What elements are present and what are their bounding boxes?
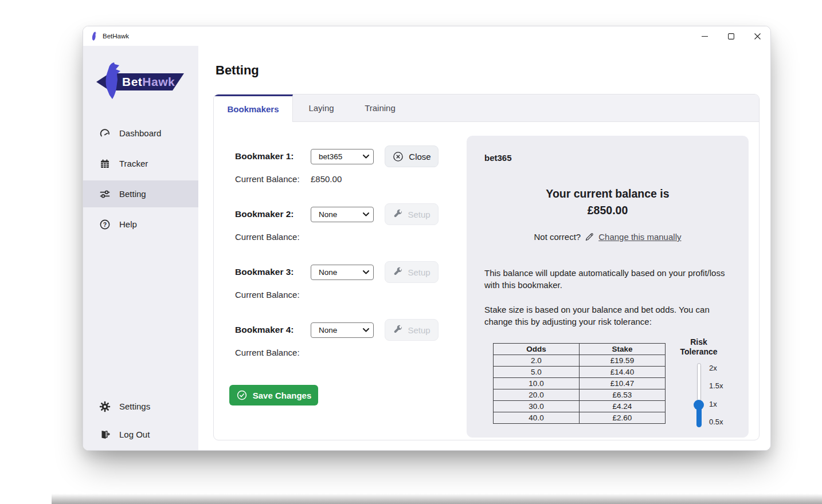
change-manually-link[interactable]: Change this manually	[598, 232, 681, 242]
app-window: BetHawk BetHawk	[83, 26, 771, 451]
table-row: 30.0£4.24	[494, 401, 666, 412]
sidebar-item-label: Settings	[119, 401, 150, 411]
bookmaker-2-label: Bookmaker 2:	[235, 209, 311, 219]
sidebar-item-label: Log Out	[119, 430, 150, 439]
titlebar: BetHawk	[83, 26, 770, 46]
bookmaker-4-label: Bookmaker 4:	[235, 325, 311, 335]
wrench-icon	[393, 209, 403, 219]
balance-value: £850.00	[311, 174, 342, 184]
maximize-button[interactable]	[718, 26, 744, 46]
sidebar-item-label: Dashboard	[119, 128, 161, 138]
bookmaker-1-row: Bookmaker 1: bet365 Close	[235, 145, 439, 167]
risk-label-2x: 2x	[709, 363, 717, 373]
save-changes-button[interactable]: Save Changes	[229, 385, 318, 405]
table-row: 10.0£10.47	[494, 378, 666, 389]
page-bottom-shadow	[52, 494, 822, 504]
bethawk-logo-icon	[90, 32, 98, 41]
svg-text:?: ?	[103, 220, 107, 227]
bookmakers-form: Bookmaker 1: bet365 Close	[214, 122, 467, 440]
wrench-icon	[393, 325, 403, 335]
tab-laying[interactable]: Laying	[293, 94, 350, 121]
pencil-icon	[585, 232, 594, 242]
stake-info-paragraph: Stake size is based on your balance and …	[484, 304, 737, 328]
bookmaker-2-select-wrap: None	[311, 207, 374, 222]
bethawk-logo: BetHawk	[92, 57, 190, 103]
sidebar-item-label: Tracker	[119, 159, 148, 168]
bookmaker-4-select-wrap: None	[311, 322, 374, 338]
sidebar-item-label: Help	[119, 219, 137, 229]
logo-text-hawk: Hawk	[142, 75, 175, 88]
sidebar-item-help[interactable]: ? Help	[83, 211, 198, 238]
balance-heading: Your current balance is £850.00	[467, 186, 749, 219]
bookmaker-2-balance: Current Balance:	[235, 231, 311, 242]
bookmaker-3-label: Bookmaker 3:	[235, 267, 311, 277]
sidebar-item-betting[interactable]: Betting	[83, 180, 198, 207]
dashboard-gauge-icon	[99, 128, 111, 139]
table-row: 2.0£19.59	[494, 355, 666, 367]
table-row: 40.0£2.60	[494, 412, 666, 424]
sidebar: BetHawk Dashboard	[83, 46, 198, 451]
risk-label-0-5x: 0.5x	[709, 416, 723, 427]
bookmaker-2-row: Bookmaker 2: None Setup	[235, 203, 439, 225]
close-window-button[interactable]	[744, 26, 770, 46]
bookmaker-3-select-wrap: None	[311, 265, 374, 280]
balance-info-paragraph: This balance will update automatically b…	[484, 267, 737, 291]
bookmaker-3-row: Bookmaker 3: None Setup	[235, 261, 439, 283]
bookmaker-4-select[interactable]: None	[311, 322, 374, 338]
table-row: 20.0£6.53	[494, 389, 666, 401]
close-bookmaker-button[interactable]: Close	[385, 145, 439, 167]
risk-tolerance-title: Risk Tolerance	[664, 337, 733, 356]
sidebar-item-logout[interactable]: Log Out	[83, 421, 198, 448]
bookmaker-info-panel: bet365 Your current balance is £850.00 N…	[467, 136, 749, 438]
tab-training[interactable]: Training	[350, 94, 410, 121]
bookmaker-1-select[interactable]: bet365	[311, 149, 374, 164]
logo-text-bet: Bet	[122, 75, 142, 88]
tab-strip: Bookmakers Laying Training	[214, 94, 759, 122]
logout-door-icon	[99, 429, 111, 440]
calendar-icon	[99, 158, 111, 170]
bookmaker-4-balance: Current Balance:	[235, 346, 311, 358]
tab-container: Bookmakers Laying Training Bookmaker 1: …	[213, 94, 760, 440]
risk-label-1x: 1x	[709, 399, 717, 409]
bookmaker-1-label: Bookmaker 1:	[235, 151, 311, 162]
minimize-button[interactable]	[691, 26, 718, 46]
close-circle-icon	[392, 151, 404, 163]
sliders-icon	[99, 188, 111, 200]
balance-amount: £850.00	[467, 202, 749, 219]
bookmaker-1-balance: Current Balance: £850.00	[235, 173, 342, 184]
bookmaker-3-balance: Current Balance:	[235, 289, 311, 300]
check-circle-icon	[236, 389, 248, 401]
window-title: BetHawk	[103, 33, 129, 40]
bookmaker-2-select[interactable]: None	[311, 207, 374, 222]
risk-slider-thumb[interactable]	[694, 400, 704, 410]
page-title: Betting	[216, 63, 259, 78]
bookmaker-1-select-wrap: bet365	[311, 149, 374, 164]
odds-stake-table: Odds Stake 2.0£19.59 5.0£14.40 10.0£10.4…	[493, 343, 666, 424]
sidebar-item-settings[interactable]: Settings	[83, 393, 198, 420]
sidebar-item-label: Betting	[119, 189, 146, 199]
risk-label-1-5x: 1.5x	[709, 380, 723, 391]
sidebar-item-tracker[interactable]: Tracker	[83, 150, 198, 177]
setup-bookmaker-button[interactable]: Setup	[385, 203, 439, 225]
svg-text:BetHawk: BetHawk	[122, 75, 175, 88]
bookmaker-4-row: Bookmaker 4: None Setup	[235, 319, 439, 341]
sidebar-item-dashboard[interactable]: Dashboard	[83, 120, 198, 147]
not-correct-row: Not correct? Change this manually	[467, 232, 749, 242]
wrench-icon	[393, 267, 403, 277]
panel-bookmaker-name: bet365	[484, 153, 512, 163]
table-row: 5.0£14.40	[494, 367, 666, 378]
bookmaker-3-select[interactable]: None	[311, 265, 374, 280]
setup-bookmaker-button[interactable]: Setup	[385, 261, 439, 283]
help-question-icon: ?	[99, 219, 111, 230]
stake-header: Stake	[580, 344, 666, 355]
odds-header: Odds	[494, 344, 580, 355]
setup-bookmaker-button[interactable]: Setup	[385, 319, 439, 341]
gear-icon	[99, 401, 111, 412]
tab-bookmakers[interactable]: Bookmakers	[214, 94, 293, 122]
main-content: Betting Bookmakers Laying Training Bookm…	[198, 46, 770, 451]
